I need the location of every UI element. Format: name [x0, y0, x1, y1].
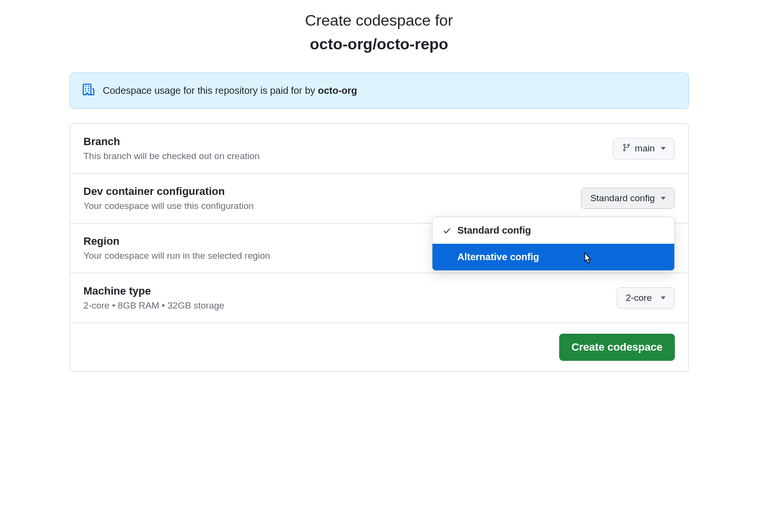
- row-branch: Branch This branch will be checked out o…: [70, 124, 688, 174]
- dropdown-option-standard[interactable]: Standard config: [432, 217, 674, 244]
- devcontainer-title: Dev container configuration: [84, 185, 254, 198]
- branch-title: Branch: [84, 135, 260, 148]
- devcontainer-select-button[interactable]: Standard config: [581, 188, 674, 209]
- caret-down-icon: [661, 147, 666, 150]
- region-desc: Your codespace will run in the selected …: [84, 251, 270, 261]
- machine-title: Machine type: [84, 285, 224, 297]
- caret-down-icon: [661, 296, 666, 299]
- row-machine: Machine type 2-core • 8GB RAM • 32GB sto…: [70, 273, 688, 323]
- region-title: Region: [84, 235, 270, 248]
- devcontainer-dropdown: Standard config Alternative config: [432, 217, 675, 271]
- banner-text: Codespace usage for this repository is p…: [103, 85, 357, 96]
- check-icon: [442, 226, 452, 235]
- devcontainer-value: Standard config: [590, 193, 654, 204]
- options-panel: Branch This branch will be checked out o…: [70, 123, 689, 372]
- page-heading: Create codespace for octo-org/octo-repo: [70, 12, 689, 53]
- branch-value: main: [635, 143, 654, 154]
- banner-org: octo-org: [318, 85, 357, 96]
- heading-repo: octo-org/octo-repo: [70, 35, 689, 53]
- usage-banner: Codespace usage for this repository is p…: [70, 73, 689, 109]
- branch-select-button[interactable]: main: [613, 138, 674, 160]
- create-codespace-button[interactable]: Create codespace: [559, 334, 674, 361]
- dropdown-option-label: Alternative config: [458, 251, 539, 263]
- organization-icon: [83, 84, 94, 98]
- machine-value: 2-core: [626, 293, 652, 303]
- branch-desc: This branch will be checked out on creat…: [84, 151, 260, 162]
- git-branch-icon: [622, 143, 631, 154]
- row-footer: Create codespace: [70, 323, 688, 371]
- devcontainer-desc: Your codespace will use this configurati…: [84, 201, 254, 211]
- dropdown-option-alternative[interactable]: Alternative config: [432, 244, 674, 270]
- dropdown-option-label: Standard config: [458, 225, 531, 236]
- machine-desc: 2-core • 8GB RAM • 32GB storage: [84, 300, 224, 311]
- row-devcontainer: Dev container configuration Your codespa…: [70, 174, 688, 223]
- heading-line1: Create codespace for: [70, 12, 689, 30]
- caret-down-icon: [661, 197, 666, 200]
- banner-prefix: Codespace usage for this repository is p…: [103, 85, 318, 96]
- machine-select-button[interactable]: 2-core: [617, 287, 675, 309]
